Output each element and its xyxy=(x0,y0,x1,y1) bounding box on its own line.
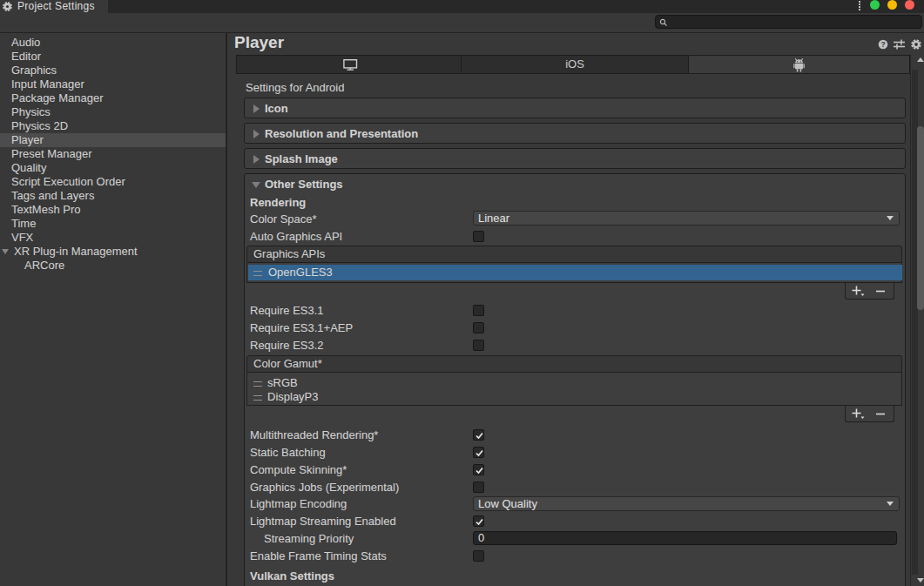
svg-text:?: ? xyxy=(880,40,885,49)
